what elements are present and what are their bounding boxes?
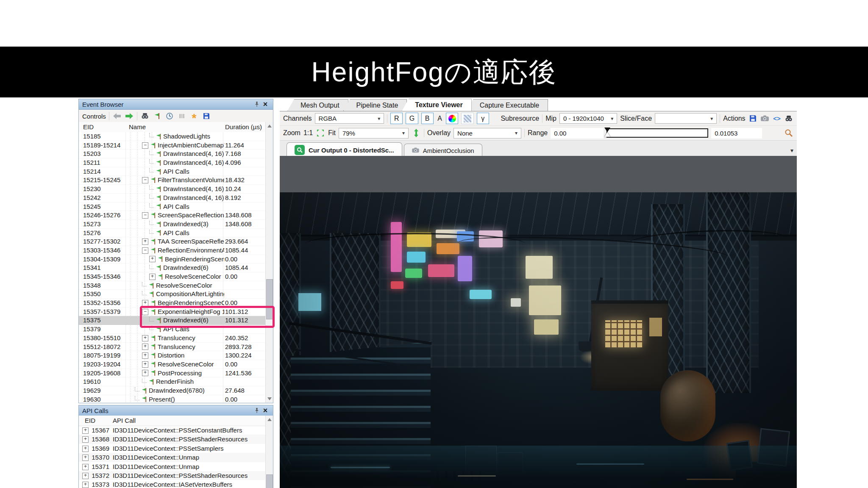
pin-icon[interactable]	[253, 100, 261, 108]
event-row[interactable]: 15379 API Calls	[79, 325, 266, 334]
event-row[interactable]: 15345-15346 + ResolveSceneColor 0.00	[79, 272, 266, 281]
event-row[interactable]: 15357-15379 − ExponentialHeightFog 1... …	[79, 308, 266, 316]
tree-expander-icon[interactable]: −	[142, 142, 148, 149]
tree-expander-icon[interactable]: −	[142, 309, 148, 315]
texture-tab-current-output[interactable]: Cur Output 0 - DistortedSc...	[287, 142, 402, 157]
event-row[interactable]: 15375 DrawIndexed(6) 101.312	[79, 316, 266, 325]
scrollbar-thumb[interactable]	[266, 474, 273, 488]
range-max-input[interactable]: 0.01053	[711, 128, 762, 139]
scroll-up-icon[interactable]	[267, 125, 272, 128]
tree-expander-icon[interactable]	[149, 203, 154, 208]
flip-y-icon[interactable]	[412, 129, 421, 137]
star-icon[interactable]: *	[189, 110, 199, 122]
event-row[interactable]: 15341 DrawIndexed(6) 1085.44	[79, 263, 266, 272]
blue-channel-button[interactable]: B	[421, 113, 434, 124]
code-icon[interactable]: <>	[772, 114, 781, 123]
gamma-button[interactable]: γ	[477, 113, 489, 124]
tab-capture-executable[interactable]: Capture Executable	[467, 99, 548, 111]
tree-expander-icon[interactable]	[149, 317, 154, 322]
one-to-one-button[interactable]: 1:1	[303, 129, 313, 137]
event-row[interactable]: 15242 DrawInstanced(4, 16) 8.192	[79, 194, 266, 202]
save-icon[interactable]	[748, 114, 757, 123]
tree-expander-icon[interactable]	[149, 168, 154, 172]
api-row[interactable]: + 15369 ID3D11DeviceContext::PSSetSample…	[79, 444, 266, 453]
event-row[interactable]: 15189-15214 − InjectAmbientCubemapT... 1…	[79, 141, 266, 150]
tab-list-dropdown-icon[interactable]: ▾	[790, 147, 793, 154]
event-row[interactable]: 15352-15356 + BeginRenderingSceneColor 0…	[79, 299, 266, 308]
tree-expander-icon[interactable]: +	[149, 274, 156, 280]
checker-background-button[interactable]	[461, 113, 473, 124]
tree-expander-icon[interactable]: +	[82, 446, 89, 452]
back-arrow-icon[interactable]	[112, 112, 122, 120]
event-row[interactable]: 15230 DrawInstanced(4, 16) 10.24	[79, 185, 266, 194]
column-api-call[interactable]: API Call	[113, 417, 136, 424]
event-row[interactable]: 15215-15245 − FilterTranslucentVolume ..…	[79, 176, 266, 185]
tree-expander-icon[interactable]	[149, 133, 154, 137]
tree-expander-icon[interactable]: +	[149, 256, 156, 262]
event-row[interactable]: 15380-15510 + Translucency 240.352	[79, 334, 266, 343]
event-row[interactable]: 15512-18072 + Translucency 2893.728	[79, 343, 266, 352]
tree-expander-icon[interactable]	[149, 326, 154, 330]
api-row[interactable]: + 15368 ID3D11DeviceContext::PSSetShader…	[79, 435, 266, 444]
columns-icon[interactable]	[177, 112, 186, 120]
tree-expander-icon[interactable]: −	[142, 247, 148, 254]
event-browser-scrollbar[interactable]	[265, 122, 273, 403]
pin-icon[interactable]	[253, 407, 261, 414]
tree-expander-icon[interactable]	[149, 151, 154, 155]
tree-expander-icon[interactable]: +	[82, 482, 89, 488]
event-row[interactable]: 19630 Present() 0.00	[79, 395, 266, 403]
tree-expander-icon[interactable]: +	[82, 464, 89, 470]
mip-select[interactable]: 0 - 1920x1040 ▾	[559, 113, 617, 124]
scroll-down-icon[interactable]	[267, 397, 272, 400]
column-duration[interactable]: Duration (µs)	[225, 123, 262, 130]
save-icon[interactable]	[202, 112, 211, 120]
event-row[interactable]: 15203 DrawInstanced(4, 16) 7.168	[79, 150, 266, 158]
resource-find-icon[interactable]	[785, 114, 793, 123]
tree-expander-icon[interactable]	[142, 282, 147, 286]
tree-expander-icon[interactable]	[142, 291, 147, 295]
column-name[interactable]: Name	[129, 123, 146, 130]
api-row[interactable]: + 15371 ID3D11DeviceContext::Unmap	[79, 462, 266, 471]
event-row[interactable]: 15304-15309 + BeginRenderingScene... 0.0…	[79, 255, 266, 264]
tree-expander-icon[interactable]: −	[142, 212, 148, 219]
api-calls-scrollbar[interactable]	[265, 416, 273, 488]
api-row[interactable]: + 15367 ID3D11DeviceContext::PSSetConsta…	[79, 426, 266, 435]
tree-expander-icon[interactable]: +	[142, 352, 148, 359]
api-row[interactable]: + 15373 ID3D11DeviceContext::IASetVertex…	[79, 480, 266, 488]
tree-expander-icon[interactable]: +	[142, 344, 148, 350]
tab-pipeline-state[interactable]: Pipeline State	[343, 99, 407, 111]
tree-expander-icon[interactable]: +	[82, 436, 89, 443]
event-row[interactable]: 15245 API Calls	[79, 202, 266, 211]
event-row[interactable]: 19205-19608 + PostProcessing 1241.536	[79, 369, 266, 378]
event-row[interactable]: 18075-19199 + Distortion 1300.224	[79, 351, 266, 360]
tree-expander-icon[interactable]	[135, 396, 139, 400]
event-row[interactable]: 15214 API Calls	[79, 167, 266, 176]
tree-expander-icon[interactable]: +	[142, 238, 148, 245]
column-eid[interactable]: EID	[83, 123, 94, 130]
tree-expander-icon[interactable]	[149, 230, 154, 234]
event-row[interactable]: 19610 RenderFinish	[79, 377, 266, 386]
forward-arrow-icon[interactable]	[125, 112, 134, 120]
clock-icon[interactable]	[165, 112, 174, 120]
event-row[interactable]: 15303-15346 − ReflectionEnvironmentA... …	[79, 246, 266, 255]
tree-expander-icon[interactable]: +	[142, 300, 148, 306]
channels-select[interactable]: RGBA ▾	[315, 113, 384, 124]
tree-expander-icon[interactable]	[149, 159, 154, 164]
event-row[interactable]: 15211 DrawInstanced(4, 16) 4.096	[79, 158, 266, 167]
event-row[interactable]: 15185 ShadowedLights	[79, 132, 266, 141]
column-eid[interactable]: EID	[85, 417, 95, 424]
red-channel-button[interactable]: R	[390, 113, 403, 124]
autofit-range-icon[interactable]	[784, 129, 793, 137]
texture-image[interactable]	[280, 192, 797, 488]
event-row[interactable]: 19203-19204 + ResolveSceneColor 0.00	[79, 360, 266, 369]
event-row[interactable]: 19629 DrawIndexed(6780) 27.648	[79, 386, 266, 395]
tree-expander-icon[interactable]: +	[142, 335, 148, 341]
tree-expander-icon[interactable]: −	[142, 177, 148, 183]
tree-expander-icon[interactable]: +	[82, 473, 89, 479]
event-row[interactable]: 15277-15302 + TAA ScreenSpaceReflect... …	[79, 237, 266, 246]
tree-expander-icon[interactable]	[135, 387, 139, 391]
slice-face-select[interactable]: ▾	[655, 113, 717, 124]
tree-expander-icon[interactable]: +	[142, 361, 148, 368]
tree-expander-icon[interactable]	[149, 186, 154, 190]
scroll-up-icon[interactable]	[267, 418, 272, 421]
